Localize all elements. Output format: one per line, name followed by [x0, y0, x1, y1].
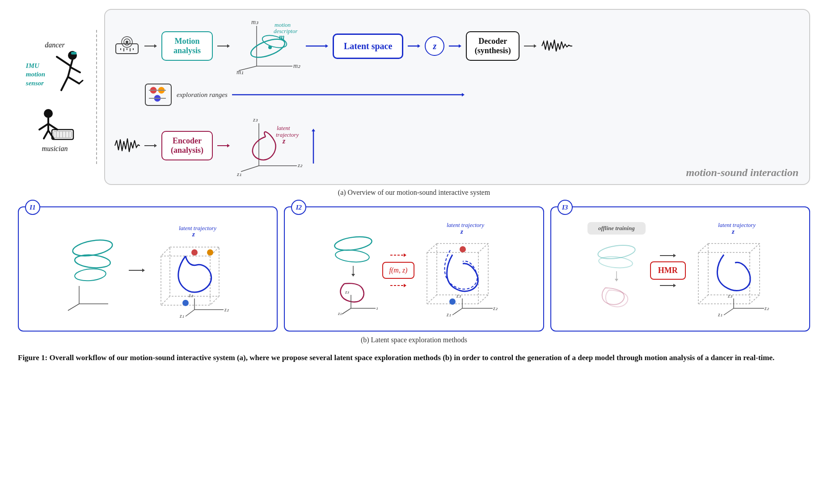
- top-flow: Motionanalysis m₁ m₂: [114, 17, 800, 75]
- input-waveform-icon: [114, 137, 140, 155]
- latent-space-label: Latent space: [344, 41, 392, 51]
- panel2-badge: I2: [291, 200, 306, 215]
- svg-line-132: [452, 308, 462, 315]
- svg-text:latent trajectory: latent trajectory: [179, 225, 216, 231]
- svg-text:z₃: z₃: [727, 293, 733, 299]
- svg-line-13: [48, 130, 54, 139]
- svg-marker-61: [462, 93, 465, 97]
- svg-text:z₃: z₃: [345, 289, 349, 294]
- musician-label: musician: [42, 145, 68, 153]
- top-diagram: dancer IMUmotionsensor: [18, 9, 810, 185]
- controls-icon: [144, 83, 172, 106]
- svg-point-106: [335, 249, 370, 264]
- z-label: z: [433, 41, 436, 51]
- panel3-arrow1: [660, 252, 676, 259]
- panel2-right-svg: latent trajectory z z₁ z₂ z₃: [419, 219, 502, 322]
- svg-marker-84: [142, 269, 145, 272]
- arrow-latent-to-z: [408, 43, 420, 49]
- svg-text:z₁: z₁: [237, 171, 241, 177]
- svg-point-42: [268, 46, 272, 49]
- svg-line-123: [427, 295, 437, 304]
- svg-text:latent trajectory: latent trajectory: [447, 222, 484, 228]
- offline-training-label: offline training: [587, 222, 646, 235]
- svg-marker-143: [673, 254, 676, 257]
- svg-text:z₂: z₂: [376, 305, 378, 311]
- router-icon: [114, 36, 140, 56]
- svg-text:z₃: z₃: [456, 293, 461, 299]
- arrow-decoder-to-wave: [524, 43, 537, 49]
- svg-rect-146: [708, 244, 760, 295]
- panel2-left: z₁ z₂ z₃: [326, 226, 378, 315]
- svg-marker-51: [459, 44, 461, 48]
- svg-text:z: z: [192, 231, 195, 238]
- output-waveform: [541, 37, 572, 55]
- svg-marker-65: [227, 144, 230, 147]
- svg-marker-49: [418, 44, 420, 48]
- svg-line-12: [44, 130, 48, 139]
- svg-line-3: [57, 57, 70, 66]
- encoder-box: Encoder(analysis): [161, 131, 213, 160]
- dancer-actor: dancer IMUmotionsensor: [26, 41, 84, 99]
- panel1-left-svg: [63, 221, 122, 319]
- encoder-label: Encoder(analysis): [171, 136, 203, 155]
- svg-text:z: z: [282, 137, 286, 145]
- panel3-left: offline training: [587, 222, 646, 319]
- svg-line-121: [478, 244, 488, 252]
- svg-marker-116: [404, 253, 406, 257]
- svg-line-86: [161, 247, 170, 256]
- caption-a: (a) Overview of our motion-sound interac…: [18, 189, 810, 197]
- svg-text:z₁: z₁: [338, 311, 342, 315]
- svg-text:descriptor: descriptor: [274, 28, 298, 34]
- panel3-arrow2: [660, 282, 676, 289]
- hmr-box: HMR: [650, 261, 686, 280]
- svg-point-129: [449, 298, 456, 305]
- svg-point-105: [334, 235, 372, 252]
- arrow-wave-to-encoder: [144, 143, 157, 149]
- imu-label: IMUmotionsensor: [26, 62, 45, 88]
- svg-line-109: [342, 308, 351, 314]
- motion-analysis-label: Motionanalysis: [173, 37, 201, 55]
- panel-i1: I1: [18, 206, 278, 332]
- svg-line-7: [79, 80, 83, 84]
- svg-point-79: [74, 268, 106, 282]
- svg-text:z₁: z₁: [446, 311, 451, 318]
- panel1-right-svg: latent trajectory z z₁ z₂ z₃: [152, 220, 232, 319]
- panel3-left-svg: [587, 236, 646, 317]
- panel3-content: offline training: [557, 216, 804, 324]
- svg-text:latent: latent: [277, 125, 290, 131]
- left-actors: dancer IMUmotionsensor: [18, 41, 96, 153]
- svg-text:z₁: z₁: [718, 311, 722, 318]
- latent-trajectory-plot: z₁ z₂ z₃ latent trajectory z: [234, 114, 306, 177]
- panel2-content: z₁ z₂ z₃ f(m, z): [290, 216, 537, 324]
- fm-box: f(m, z): [382, 262, 415, 279]
- motion-descriptor-plot: m₁ m₂ m₃ motion descriptor m: [234, 17, 301, 75]
- arrow-z-to-decoder: [449, 43, 461, 49]
- panel1-right: latent trajectory z z₁ z₂ z₃: [152, 220, 232, 320]
- arrow-plot-to-latent: [306, 43, 328, 49]
- svg-point-95: [207, 249, 213, 256]
- svg-text:motion: motion: [275, 21, 291, 28]
- svg-point-8: [44, 109, 53, 118]
- svg-line-120: [427, 244, 437, 252]
- panel2-left-svg: z₁ z₂ z₃: [326, 226, 378, 315]
- svg-marker-145: [673, 284, 676, 287]
- latent-traj-svg: z₁ z₂ z₃ latent trajectory z: [234, 114, 306, 177]
- panel2-center: f(m, z): [382, 252, 415, 289]
- svg-point-94: [191, 249, 198, 256]
- svg-point-139: [598, 256, 633, 269]
- decoder-label: Decoder(synthesis): [475, 37, 511, 55]
- svg-point-78: [74, 254, 111, 269]
- svg-text:latent trajectory: latent trajectory: [718, 222, 756, 228]
- svg-text:m: m: [279, 33, 284, 41]
- svg-text:z: z: [460, 228, 463, 235]
- panel2-arrow1: [390, 252, 406, 258]
- svg-marker-33: [227, 44, 230, 48]
- svg-marker-53: [534, 44, 537, 48]
- svg-line-157: [724, 308, 734, 315]
- panel-i2: I2 z₁ z₂: [284, 206, 544, 332]
- svg-line-148: [750, 244, 760, 252]
- divider-line: [96, 30, 97, 164]
- svg-text:z: z: [731, 228, 735, 235]
- panel1-badge: I1: [25, 200, 40, 215]
- motion-sound-label: motion-sound interaction: [686, 167, 798, 179]
